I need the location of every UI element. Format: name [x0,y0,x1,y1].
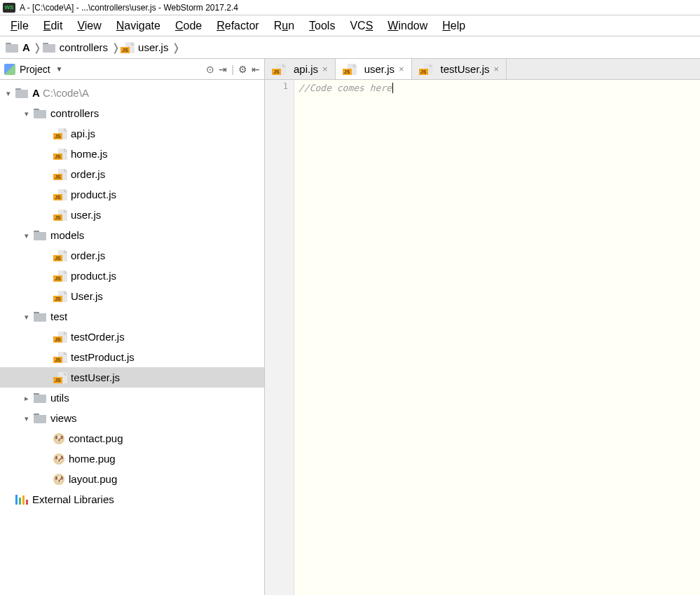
tree-node-label: api.js [71,128,95,139]
tab-label: api.js [294,63,318,75]
js-file-icon: JS [53,149,67,160]
tree-file[interactable]: ·JStestUser.js [0,367,264,388]
js-file-icon: JS [121,42,135,53]
tree-folder-views[interactable]: ▾ views [0,408,264,428]
folder-icon [34,393,46,403]
editor-tabs: JS api.js × JS user.js × JS testUser.js … [265,59,700,80]
menu-refactor[interactable]: Refactor [210,18,265,34]
pug-file-icon: 🐶 [53,474,64,485]
code-area[interactable]: 1 //Code comes here [265,80,700,595]
menubar: File Edit View Navigate Code Refactor Ru… [0,15,700,36]
code-editor[interactable]: //Code comes here [294,80,700,595]
tree-root[interactable]: ▾ A C:\code\A [0,83,264,103]
editor-area: JS api.js × JS user.js × JS testUser.js … [265,59,700,595]
window-title: A - [C:\code\A] - ...\controllers\user.j… [20,3,238,13]
tree-node-label: user.js [71,209,101,221]
breadcrumb-folder[interactable]: controllers [41,41,112,53]
breadcrumb-root[interactable]: A [4,41,34,53]
gear-icon[interactable]: ⚙ [238,64,247,75]
editor-tab[interactable]: JS api.js × [265,59,336,79]
tree-node-label: home.pug [69,453,116,465]
menu-view[interactable]: View [71,18,107,34]
tree-node-label: utils [50,392,69,404]
tree-node-label: test [50,310,67,322]
line-number: 1 [265,81,288,91]
tree-file[interactable]: ·JSapi.js [0,123,264,144]
menu-navigate[interactable]: Navigate [110,18,167,34]
menu-tools[interactable]: Tools [303,18,341,34]
folder-icon [34,312,46,322]
close-icon[interactable]: × [399,64,404,74]
tree-node-label: models [50,229,84,241]
tree-node-label: testOrder.js [71,331,125,343]
tree-node-label: testUser.js [71,371,120,383]
tree-node-label: home.js [71,148,108,160]
menu-file[interactable]: File [4,18,35,34]
js-file-icon: JS [53,271,67,282]
tree-file[interactable]: ·JStestOrder.js [0,327,264,347]
scroll-from-source-icon[interactable]: ⊙ [206,64,214,75]
chevron-down-icon[interactable]: ▾ [22,109,31,118]
chevron-down-icon[interactable]: ▼ [56,65,63,73]
tree-file[interactable]: ·🐶contact.pug [0,428,264,449]
tree-file[interactable]: ·JSuser.js [0,205,264,225]
collapse-all-icon[interactable]: ⇥ [219,64,227,75]
hide-icon[interactable]: ⇤ [252,64,260,75]
close-icon[interactable]: × [322,64,328,74]
tree-folder-models[interactable]: ▾ models [0,225,264,245]
tree-file[interactable]: ·JStestProduct.js [0,347,264,367]
close-icon[interactable]: × [494,64,500,74]
breadcrumb-label: A [22,41,30,53]
text-caret [392,83,393,93]
tab-label: testUser.js [441,63,490,75]
tree-file[interactable]: ·🐶layout.pug [0,469,264,489]
tree-file[interactable]: ·JSorder.js [0,164,264,184]
tree-file[interactable]: ·JSproduct.js [0,184,264,205]
js-file-icon: JS [53,169,67,180]
tree-folder-utils[interactable]: ▸ utils [0,388,264,408]
menu-vcs[interactable]: VCS [343,18,379,34]
sidebar-title[interactable]: Project [20,64,50,75]
tree-node-label: testProduct.js [71,351,135,363]
tree-file[interactable]: ·JShome.js [0,144,264,164]
js-file-icon: JS [53,372,67,383]
main-split: Project ▼ ⊙ ⇥ | ⚙ ⇤ ▾ A C:\code\A ▾ cont… [0,59,700,595]
menu-help[interactable]: Help [436,18,472,34]
tree-folder-controllers[interactable]: ▾ controllers [0,103,264,123]
tree-file[interactable]: ·JSorder.js [0,245,264,266]
chevron-right-icon[interactable]: ▸ [22,394,31,403]
folder-icon [6,43,18,53]
gutter: 1 [265,80,294,595]
tree-file[interactable]: ·JSUser.js [0,286,264,306]
tree-external-libraries[interactable]: External Libraries [0,489,264,509]
breadcrumb: A ❭ controllers ❭ JS user.js ❭ [0,36,700,59]
tab-label: user.js [364,63,394,75]
chevron-down-icon[interactable]: ▾ [22,231,31,240]
titlebar: WS A - [C:\code\A] - ...\controllers\use… [0,0,700,15]
project-sidebar: Project ▼ ⊙ ⇥ | ⚙ ⇤ ▾ A C:\code\A ▾ cont… [0,59,265,595]
tree-node-label: views [50,412,77,424]
tree-folder-test[interactable]: ▾ test [0,306,264,327]
breadcrumb-file[interactable]: JS user.js [119,41,172,53]
project-tree[interactable]: ▾ A C:\code\A ▾ controllers ·JSapi.js ·J… [0,80,264,595]
sidebar-header: Project ▼ ⊙ ⇥ | ⚙ ⇤ [0,59,264,80]
tree-node-hint: C:\code\A [43,87,89,99]
tree-file[interactable]: ·🐶home.pug [0,449,264,469]
folder-icon [43,43,55,53]
menu-run[interactable]: Run [268,18,301,34]
project-icon [4,64,15,75]
tree-file[interactable]: ·JSproduct.js [0,266,264,286]
js-file-icon: JS [53,128,67,139]
folder-icon [15,88,28,98]
menu-code[interactable]: Code [169,18,208,34]
editor-tab[interactable]: JS testUser.js × [412,59,507,79]
js-file-icon: JS [53,331,67,343]
menu-edit[interactable]: Edit [37,18,69,34]
chevron-down-icon[interactable]: ▾ [22,313,31,322]
js-file-icon: JS [343,64,357,75]
menu-window[interactable]: Window [381,18,434,34]
chevron-down-icon[interactable]: ▾ [4,89,13,98]
editor-tab[interactable]: JS user.js × [336,59,412,79]
chevron-down-icon[interactable]: ▾ [22,414,31,423]
js-file-icon: JS [272,64,286,75]
